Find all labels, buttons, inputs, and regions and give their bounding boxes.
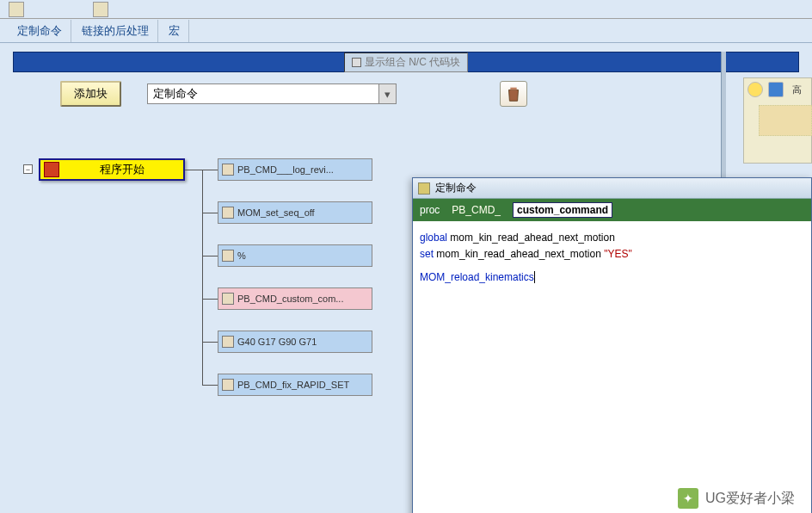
- block-label: G40 G17 G90 G71: [237, 337, 317, 347]
- show-nc-code-checkbox[interactable]: 显示组合 N/C 代码块: [344, 53, 468, 72]
- tab-row: 定制命令 链接的后处理 宏: [0, 19, 812, 43]
- connector: [202, 256, 218, 256]
- connector: [202, 342, 218, 343]
- trash-icon: [504, 84, 523, 103]
- connector: [202, 170, 203, 385]
- text-cursor: [534, 271, 535, 283]
- wechat-icon: ✦: [678, 488, 698, 509]
- connector: [185, 170, 202, 170]
- control-row: 添加块 定制命令 ▾: [0, 72, 812, 107]
- toolbar-icon-2[interactable]: [93, 2, 108, 17]
- emoji-icon[interactable]: [747, 82, 763, 97]
- block-g40-g17-g90-g71[interactable]: G40 G17 G90 G71: [218, 331, 372, 353]
- connector: [202, 170, 218, 170]
- combo-dropdown-icon[interactable]: ▾: [378, 84, 396, 103]
- combo-value: 定制命令: [153, 86, 198, 102]
- string-literal: "YES": [604, 248, 632, 260]
- block-pb-cmd-fix-rapid-set[interactable]: PB_CMD_fix_RAPID_SET: [218, 374, 372, 396]
- editor-titlebar[interactable]: 定制命令: [413, 178, 811, 199]
- block-pb-cmd-custom-com[interactable]: PB_CMD_custom_com...: [218, 287, 372, 310]
- start-node-label: 程序开始: [65, 162, 180, 177]
- editor-title: 定制命令: [435, 181, 477, 195]
- block-label: PB_CMD_custom_com...: [237, 294, 343, 304]
- kw-global: global: [420, 232, 447, 244]
- block-icon: [222, 379, 234, 391]
- proc-name-input[interactable]: custom_command: [513, 202, 612, 218]
- tab-link-postprocess[interactable]: 链接的后处理: [73, 20, 158, 42]
- block-label: PB_CMD___log_revi...: [237, 164, 334, 175]
- collapse-icon[interactable]: −: [23, 164, 33, 174]
- top-toolbar: [0, 0, 812, 19]
- block-mom-set-seq-off[interactable]: MOM_set_seq_off: [218, 201, 372, 224]
- proc-header: proc PB_CMD_ custom_command: [413, 199, 811, 221]
- show-nc-code-bar: 显示组合 N/C 代码块: [13, 52, 799, 72]
- side-text: 高: [789, 82, 805, 98]
- window-icon: [418, 182, 430, 195]
- code-editor[interactable]: global mom_kin_read_ahead_next_motion se…: [413, 221, 811, 513]
- word-icon[interactable]: [768, 82, 784, 97]
- block-label: MOM_set_seq_off: [237, 207, 315, 218]
- block-icon: [222, 250, 234, 262]
- block-icon: [222, 293, 234, 305]
- program-start-node[interactable]: 程序开始: [39, 158, 185, 181]
- toolbar-icon-1[interactable]: [9, 2, 24, 17]
- tab-macro[interactable]: 宏: [160, 20, 189, 42]
- block-type-combo[interactable]: 定制命令 ▾: [147, 83, 397, 104]
- watermark: ✦ UG爱好者小梁: [678, 488, 795, 509]
- background-note-peek: [759, 105, 812, 136]
- block-icon: [222, 207, 234, 219]
- checkbox-label: 显示组合 N/C 代码块: [365, 55, 460, 70]
- proc-keyword: proc: [420, 204, 440, 216]
- add-block-button[interactable]: 添加块: [60, 81, 121, 107]
- trash-button[interactable]: [500, 81, 527, 107]
- connector: [202, 385, 218, 386]
- block-icon: [222, 164, 234, 176]
- tab-custom-command[interactable]: 定制命令: [9, 20, 71, 42]
- watermark-text: UG爱好者小梁: [705, 490, 795, 508]
- block-icon: [222, 336, 234, 348]
- proc-prefix: PB_CMD_: [452, 204, 501, 216]
- start-node-icon: [44, 162, 59, 177]
- kw-set: set: [420, 248, 434, 260]
- main-area: 显示组合 N/C 代码块 添加块 定制命令 ▾ − 程序开始 PB_CMD___…: [0, 52, 812, 513]
- connector: [202, 299, 218, 300]
- block-label: PB_CMD_fix_RAPID_SET: [237, 380, 349, 390]
- code-text: mom_kin_read_ahead_next_motion: [447, 232, 615, 244]
- code-call: MOM_reload_kinematics: [420, 271, 534, 283]
- checkbox-icon: [352, 58, 361, 67]
- connector: [202, 213, 218, 213]
- code-text: mom_kin_read_ahead_next_motion: [434, 248, 604, 260]
- block-label: %: [237, 250, 246, 261]
- custom-command-editor-window: 定制命令 proc PB_CMD_ custom_command global …: [412, 177, 812, 513]
- block-percent[interactable]: %: [218, 244, 372, 267]
- block-pb-cmd-log-revi[interactable]: PB_CMD___log_revi...: [218, 158, 372, 181]
